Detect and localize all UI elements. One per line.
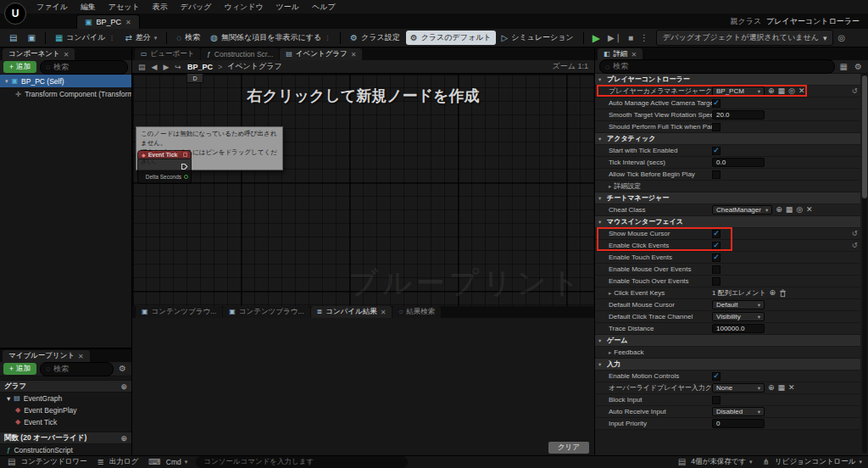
close-icon[interactable]: ✕ [632, 51, 637, 58]
simulation-button[interactable]: ▷シミュレーション [498, 31, 578, 45]
tab-details[interactable]: ◧詳細✕ [598, 48, 643, 60]
status-item-1[interactable]: ▤4個が未保存です▾ [676, 457, 753, 467]
value-input[interactable]: 20.0 [712, 110, 765, 120]
clear-button[interactable]: クリア [548, 442, 589, 454]
event-graph-canvas[interactable]: 右クリックして新規ノードを作成 D このノードは無効になっているため呼び出されま… [132, 74, 594, 306]
checkbox[interactable]: ✓ [712, 372, 721, 381]
find-button[interactable]: ◌検索 [172, 31, 204, 45]
menu-item-7[interactable]: ツール [270, 0, 305, 14]
target-icon[interactable]: ◎ [788, 87, 795, 95]
float-pin-icon[interactable] [184, 175, 188, 179]
caret-right-icon[interactable]: ▸ [609, 290, 611, 297]
my-blueprint-search-input[interactable]: ◌検索 [40, 362, 114, 376]
caret-down-icon[interactable]: ▾ [598, 76, 601, 83]
menu-item-8[interactable]: ヘルプ [306, 0, 342, 14]
status-item-2[interactable]: ⋔リビジョンコントロール▾ [761, 457, 862, 467]
grid-icon[interactable]: ▦ [778, 87, 786, 95]
myblueprint-item[interactable]: ◆Event Tick [0, 416, 131, 428]
debug-filter-icon[interactable]: ◎ [835, 33, 848, 42]
value-input[interactable]: 100000.0 [712, 324, 765, 333]
tab-4[interactable]: ◌結果検索 [392, 306, 441, 318]
event-tick-node[interactable]: ◆ Event Tick Delta Seconds [137, 150, 192, 184]
save-button[interactable]: ▤ [5, 32, 21, 44]
display-filter-icon[interactable]: ▦ [838, 63, 849, 71]
forward-icon[interactable]: ▶ [163, 63, 169, 71]
value-input[interactable]: 0 [712, 419, 765, 428]
back-icon[interactable]: ◀ [152, 63, 158, 71]
plus-icon[interactable]: ⊕ [770, 289, 776, 297]
browse-button[interactable]: ▣ [23, 32, 39, 44]
status-item-3[interactable]: ⌨Cmd▾ [147, 457, 187, 467]
frame-skip-button[interactable]: ▶❘ [605, 33, 624, 42]
breadcrumb-page[interactable]: イベントグラフ [227, 61, 281, 72]
value-input[interactable]: 0.0 [712, 158, 765, 167]
checkbox[interactable]: ✓ [712, 230, 721, 238]
add-component-button[interactable]: +追加 [3, 61, 36, 73]
caret-down-icon[interactable]: ▾ [598, 337, 601, 344]
caret-down-icon[interactable]: ▾ [5, 78, 8, 85]
node-header[interactable]: ◆ Event Tick [137, 150, 192, 159]
myblueprint-item[interactable]: ▾▤EventGraph [0, 393, 131, 404]
breadcrumb-root[interactable]: BP_PC [187, 63, 213, 71]
grid-icon[interactable]: ▦ [778, 384, 786, 392]
close-icon[interactable]: ✕ [381, 309, 387, 316]
checkbox[interactable]: ✓ [712, 242, 721, 250]
tab-1[interactable]: ▣コンテンツブラウ... [136, 306, 222, 318]
caret-down-icon[interactable]: ▾ [598, 195, 601, 202]
close-icon[interactable]: ✕ [64, 51, 70, 58]
myblueprint-section-header[interactable]: グラフ⊕ [0, 380, 131, 393]
reset-icon[interactable]: ↺ [852, 230, 858, 237]
caret-down-icon[interactable]: ▾ [598, 136, 601, 142]
close-icon[interactable]: ✕ [125, 19, 131, 26]
compile-button[interactable]: ▦コンパイル⋮ [51, 31, 120, 45]
checkbox[interactable] [712, 123, 721, 131]
plus-icon[interactable]: ⊕ [768, 384, 775, 392]
scrollbar-thumb[interactable] [862, 75, 867, 198]
bookmarks-icon[interactable]: ▤ [138, 63, 146, 71]
close-icon[interactable]: ✕ [78, 353, 84, 360]
close-icon[interactable]: ✕ [798, 87, 805, 95]
console-command-input[interactable]: コンソールコマンドを入力します [196, 456, 408, 468]
value-dropdown[interactable]: BP_PCM▾ [712, 86, 765, 96]
asset-tab-bp-pc[interactable]: ▣ BP_PC ✕ [76, 14, 140, 29]
tab-2[interactable]: ▣コンテンツブラウ... [223, 306, 309, 318]
stop-button[interactable]: ■ [626, 33, 636, 42]
plus-icon[interactable]: ⊕ [120, 434, 127, 443]
details-category[interactable]: ▾ゲーム [595, 335, 860, 347]
details-category[interactable]: ▾マウスインターフェイス [595, 216, 860, 228]
close-icon[interactable]: ✕ [788, 384, 795, 392]
grid-icon[interactable]: ▦ [786, 206, 793, 214]
partial-node[interactable]: D [186, 74, 203, 83]
value-dropdown[interactable]: Visibility▾ [712, 312, 765, 321]
components-search-input[interactable]: ◌検索 [40, 60, 128, 75]
checkbox[interactable] [712, 277, 721, 286]
class-settings-button[interactable]: ⚙クラス設定 [346, 31, 404, 45]
caret-right-icon[interactable]: ▸ [609, 349, 611, 356]
checkbox[interactable] [712, 396, 721, 404]
diff-button[interactable]: ⇄差分▾ [120, 31, 161, 45]
hide-unrelated-button[interactable]: ◍無関係な項目を非表示にする⋮ [206, 31, 335, 45]
checkbox[interactable]: ✓ [712, 254, 721, 262]
details-category[interactable]: ▾チートマネージャー [595, 192, 860, 204]
value-dropdown[interactable]: Default▾ [712, 300, 765, 309]
plus-icon[interactable]: ⊕ [120, 382, 127, 391]
play-button[interactable]: ▶ [589, 32, 604, 44]
details-category[interactable]: ▾入力 [595, 359, 860, 370]
plus-icon[interactable]: ⊕ [768, 87, 775, 95]
menu-item-2[interactable]: 編集 [75, 0, 102, 14]
checkbox[interactable]: ✓ [712, 147, 721, 155]
value-dropdown[interactable]: CheatManager▾ [712, 205, 772, 214]
menu-item-1[interactable]: ファイル [31, 0, 74, 14]
reset-icon[interactable]: ↺ [852, 87, 858, 95]
details-scrollbar[interactable] [862, 74, 867, 454]
menu-item-5[interactable]: デバッグ [175, 0, 218, 14]
menu-item-3[interactable]: アセット [103, 0, 146, 14]
trash-icon[interactable] [779, 289, 787, 298]
gear-icon[interactable]: ⚙ [117, 365, 128, 373]
checkbox[interactable] [712, 170, 721, 179]
tab-components[interactable]: コンポーネント✕ [3, 48, 75, 60]
menu-item-6[interactable]: ウィンドウ [219, 0, 270, 14]
settings-gear-icon[interactable]: ⚙ [853, 63, 864, 71]
caret-down-icon[interactable]: ▾ [7, 394, 10, 403]
details-category[interactable]: ▾プレイヤーコントローラー [595, 74, 860, 86]
